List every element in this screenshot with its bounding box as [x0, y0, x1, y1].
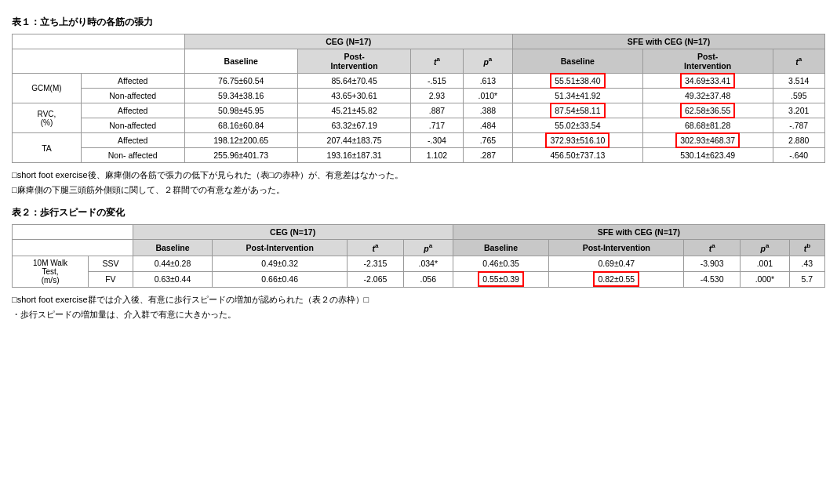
t1-sfe-t-gcml-nonaff: -.787: [773, 118, 825, 133]
table2-note2: ・歩行スピードの増加量は、介入群で有意に大きかった。: [12, 307, 825, 322]
t1-sfe-p-gcml-aff: 62.58±36.55: [642, 103, 773, 118]
t1-ceg-b-ta-nonaff: 255.96±401.73: [184, 148, 297, 163]
t2-ceg-b-ssv: 0.44±0.28: [133, 256, 213, 271]
t2-ceg-t-fv: -2.065: [348, 271, 404, 287]
t1-ceg-post-header: Post-Intervention: [297, 49, 410, 74]
t2-ceg-p-header: pa: [403, 240, 453, 256]
t2-sfe-tb-fv: 5.7: [789, 271, 824, 287]
t1-sfe-p-ta-nonaff: 530.14±623.49: [642, 148, 773, 163]
t1-sfe-b-gcml-nonaff: 55.02±33.54: [513, 118, 643, 133]
t1-sfe-b-gcmm-nonaff: 51.34±41.92: [513, 89, 643, 103]
t2-ceg-post-header: Post-Intervention: [213, 240, 348, 256]
t1-row-ta-nonaff: Non- affected: [81, 148, 184, 163]
t1-sfe-b-gcmm-aff: 55.51±38.40: [513, 74, 643, 89]
t1-sfe-baseline-header: Baseline: [513, 49, 643, 74]
t1-ceg-pv-gcml-aff: .388: [463, 103, 512, 118]
t2-sfe-p-fv: 0.82±0.55: [549, 271, 684, 287]
t1-ceg-b-ta-aff: 198.12±200.65: [184, 133, 297, 148]
t1-row-gcml-affected: Affected: [81, 103, 184, 118]
t1-sfe-post-header: Post-Intervention: [642, 49, 773, 74]
t2-sfe-p-ssv: 0.69±0.47: [549, 256, 684, 271]
t1-sfe-t-gcmm-aff: 3.514: [773, 74, 825, 89]
t1-ceg-p-ta-nonaff: 193.16±187.31: [297, 148, 410, 163]
t1-ceg-t-gcmm-nonaff: 2.93: [411, 89, 463, 103]
t1-ceg-b-gcml-aff: 50.98±45.95: [184, 103, 297, 118]
table1: CEG (N=17) SFE with CEG (N=17) Baseline …: [12, 34, 825, 163]
t2-ceg-pv-fv: .056: [403, 271, 453, 287]
t1-sfe-t-gcml-aff: 3.201: [773, 103, 825, 118]
t2-sfe-t-ssv: -3.903: [684, 256, 741, 271]
t1-row-ta-label: TA: [13, 133, 82, 163]
t2-sfe-t-header: ta: [684, 240, 741, 256]
t1-row-gcml-nonaff: Non-affected: [81, 118, 184, 133]
t1-ceg-t-header: ta: [411, 49, 463, 74]
t1-sfe-t-gcmm-nonaff: .595: [773, 89, 825, 103]
t1-ceg-pv-ta-aff: .765: [463, 133, 512, 148]
t1-ceg-pv-gcml-nonaff: .484: [463, 118, 512, 133]
t2-sfe-tb-header: tb: [789, 240, 824, 256]
ceg-header-2: CEG (N=17): [133, 225, 453, 240]
table1-notes: □short foot exercise後、麻痺側の各筋で張力の低下が見られた（…: [12, 168, 825, 197]
t1-sfe-p-gcml-nonaff: 68.68±81.28: [642, 118, 773, 133]
t1-ceg-baseline-header: Baseline: [184, 49, 297, 74]
t2-ceg-pv-ssv: .034*: [403, 256, 453, 271]
sfe-header-2: SFE with CEG (N=17): [453, 225, 824, 240]
t2-sfe-b-ssv: 0.46±0.35: [453, 256, 549, 271]
section-title-2: 表２：歩行スピードの変化: [12, 206, 825, 219]
t1-ceg-p-gcml-nonaff: 63.32±67.19: [297, 118, 410, 133]
t1-sfe-p-gcmm-aff: 34.69±33.41: [642, 74, 773, 89]
t1-row-gcmm-nonaff: Non-affected: [81, 89, 184, 103]
t2-ceg-p-fv: 0.66±0.46: [213, 271, 348, 287]
t1-ceg-t-gcml-aff: .887: [411, 103, 463, 118]
t1-sfe-t-ta-nonaff: -.640: [773, 148, 825, 163]
t1-sfe-b-ta-nonaff: 456.50±737.13: [513, 148, 643, 163]
t1-sfe-b-ta-aff: 372.93±516.10: [513, 133, 643, 148]
t2-ceg-t-ssv: -2.315: [348, 256, 404, 271]
t1-ceg-b-gcml-nonaff: 68.16±60.84: [184, 118, 297, 133]
t1-ceg-p-gcml-aff: 45.21±45.82: [297, 103, 410, 118]
t1-sfe-t-ta-aff: 2.880: [773, 133, 825, 148]
t1-ceg-t-ta-nonaff: 1.102: [411, 148, 463, 163]
table2-note1: □short foot exercise群では介入後、有意に歩行スピードの増加が…: [12, 292, 825, 307]
t2-ceg-b-fv: 0.63±0.44: [133, 271, 213, 287]
t1-ceg-p-ta-aff: 207.44±183.75: [297, 133, 410, 148]
t1-ceg-p-gcmm-aff: 85.64±70.45: [297, 74, 410, 89]
t1-sfe-t-header: ta: [773, 49, 825, 74]
t2-sfe-pv-fv: .000*: [741, 271, 790, 287]
t1-sfe-b-gcml-aff: 87.54±58.11: [513, 103, 643, 118]
table2: CEG (N=17) SFE with CEG (N=17) Baseline …: [12, 224, 825, 288]
sfe-header-1: SFE with CEG (N=17): [513, 34, 825, 49]
t2-ceg-t-header: ta: [348, 240, 404, 256]
t2-sfe-post-header: Post-Intervention: [549, 240, 684, 256]
t1-sfe-p-gcmm-nonaff: 49.32±37.48: [642, 89, 773, 103]
t2-ceg-p-ssv: 0.49±0.32: [213, 256, 348, 271]
t1-row-gcmm-label: GCM(M): [13, 74, 82, 103]
t2-sfe-t-fv: -4.530: [684, 271, 741, 287]
t2-sfe-pv-ssv: .001: [741, 256, 790, 271]
t2-sfe-tb-ssv: .43: [789, 256, 824, 271]
table1-note2: □麻痺側の下腿三頭筋外側頭に関して、２群間での有意な差があった。: [12, 183, 825, 198]
t1-ceg-pv-gcmm-nonaff: .010*: [463, 89, 512, 103]
table2-notes: □short foot exercise群では介入後、有意に歩行スピードの増加が…: [12, 292, 825, 321]
t1-row-ta-affected: Affected: [81, 133, 184, 148]
t2-sfe-baseline-header: Baseline: [453, 240, 549, 256]
table1-note1: □short foot exercise後、麻痺側の各筋で張力の低下が見られた（…: [12, 168, 825, 183]
t1-ceg-pv-gcmm-aff: .613: [463, 74, 512, 89]
t1-ceg-t-ta-aff: -.304: [411, 133, 463, 148]
section-title-1: 表１：立ち上がり時の各筋の張力: [12, 16, 825, 29]
t1-ceg-t-gcmm-aff: -.515: [411, 74, 463, 89]
t2-ceg-baseline-header: Baseline: [133, 240, 213, 256]
t1-row-gcmm-affected: Affected: [81, 74, 184, 89]
t1-ceg-t-gcml-nonaff: .717: [411, 118, 463, 133]
t2-row-fv: FV: [89, 271, 133, 287]
ceg-header-1: CEG (N=17): [184, 34, 512, 49]
t2-sfe-p-header: pa: [741, 240, 790, 256]
t1-ceg-b-gcmm-aff: 76.75±60.54: [184, 74, 297, 89]
t2-sfe-b-fv: 0.55±0.39: [453, 271, 549, 287]
t2-row-10m-label: 10M WalkTest,(m/s): [13, 256, 89, 287]
t1-ceg-pv-ta-nonaff: .287: [463, 148, 512, 163]
t1-ceg-b-gcmm-nonaff: 59.34±38.16: [184, 89, 297, 103]
t2-row-ssv: SSV: [89, 256, 133, 271]
t1-ceg-p-gcmm-nonaff: 43.65+30.61: [297, 89, 410, 103]
t1-sfe-p-ta-aff: 302.93±468.37: [642, 133, 773, 148]
